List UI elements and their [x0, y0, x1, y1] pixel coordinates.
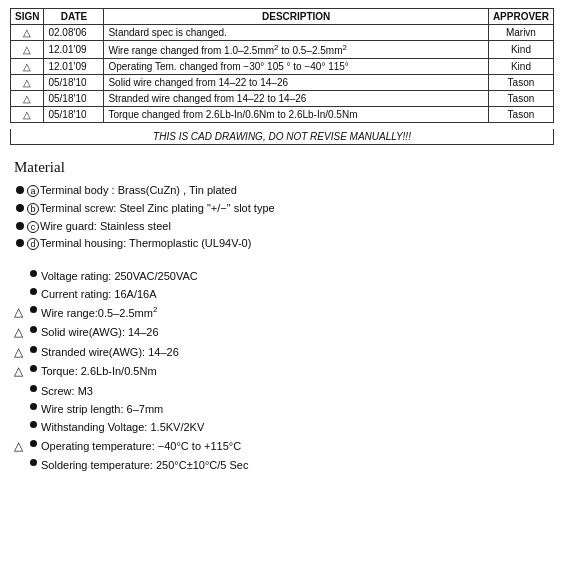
material-item: bTerminal screw: Steel Zinc plating "+/−…: [16, 200, 554, 218]
approver-cell: Kind: [488, 59, 553, 75]
spec-bullet: [30, 403, 37, 410]
material-label: b: [27, 203, 39, 215]
spec-item: Current rating: 16A/16A: [14, 285, 554, 303]
date-cell: 12.01'09: [44, 59, 104, 75]
spec-bullet: [30, 459, 37, 466]
spec-text: Voltage rating: 250VAC/250VAC: [41, 267, 198, 285]
bullet-icon: [16, 222, 24, 230]
spec-item: △Operating temperature: −40°C to +115°C: [14, 437, 554, 457]
bullet-icon: [16, 204, 24, 212]
spec-bullet: [30, 346, 37, 353]
spec-bullet: [30, 270, 37, 277]
col-approver: APPROVER: [488, 9, 553, 25]
spec-text: Withstanding Voltage: 1.5KV/2KV: [41, 418, 204, 436]
description-cell: Solid wire changed from 14–22 to 14–26: [104, 75, 488, 91]
spec-bullet: [30, 306, 37, 313]
triangle-col: △: [14, 323, 30, 343]
spec-item: Wire strip length: 6–7mm: [14, 400, 554, 418]
description-cell: Stranded wire changed from 14–22 to 14–2…: [104, 91, 488, 107]
description-cell: Wire range changed from 1.0–2.5mm2 to 0.…: [104, 41, 488, 59]
spec-text: Stranded wire(AWG): 14–26: [41, 343, 179, 361]
spec-item: △Solid wire(AWG): 14–26: [14, 323, 554, 343]
table-row: △05/18'10Solid wire changed from 14–22 t…: [11, 75, 554, 91]
date-cell: 12.01'09: [44, 41, 104, 59]
approver-cell: Kind: [488, 41, 553, 59]
change-log-table: SIGN DATE DESCRIPTION APPROVER △02.08'06…: [10, 8, 554, 123]
sign-cell: △: [11, 107, 44, 123]
spec-text: Current rating: 16A/16A: [41, 285, 157, 303]
triangle-col: △: [14, 437, 30, 457]
material-label: a: [27, 185, 39, 197]
table-row: △12.01'09Wire range changed from 1.0–2.5…: [11, 41, 554, 59]
sign-cell: △: [11, 25, 44, 41]
sign-cell: △: [11, 59, 44, 75]
spec-bullet: [30, 421, 37, 428]
bullet-icon: [16, 239, 24, 247]
cad-notice: THIS IS CAD DRAWING, DO NOT REVISE MANUA…: [10, 129, 554, 145]
spec-bullet: [30, 385, 37, 392]
date-cell: 02.08'06: [44, 25, 104, 41]
sign-cell: △: [11, 91, 44, 107]
spec-text: Torque: 2.6Lb-In/0.5Nm: [41, 362, 157, 380]
spec-text: Operating temperature: −40°C to +115°C: [41, 437, 241, 455]
table-row: △05/18'10Torque changed from 2.6Lb-In/0.…: [11, 107, 554, 123]
triangle-col: △: [14, 343, 30, 363]
spec-item: Withstanding Voltage: 1.5KV/2KV: [14, 418, 554, 436]
spec-bullet: [30, 288, 37, 295]
spec-item: Screw: M3: [14, 382, 554, 400]
material-text: Terminal housing: Thermoplastic (UL94V-0…: [40, 235, 251, 253]
table-row: △12.01'09Operating Tem. changed from −30…: [11, 59, 554, 75]
spec-text: Wire strip length: 6–7mm: [41, 400, 163, 418]
description-cell: Operating Tem. changed from −30° 105 ° t…: [104, 59, 488, 75]
col-date: DATE: [44, 9, 104, 25]
spec-bullet: [30, 326, 37, 333]
description-cell: Torque changed from 2.6Lb-In/0.6Nm to 2.…: [104, 107, 488, 123]
table-row: △02.08'06Standard spec is changed.Marivn: [11, 25, 554, 41]
col-description: DESCRIPTION: [104, 9, 488, 25]
material-label: c: [27, 221, 39, 233]
material-label: d: [27, 238, 39, 250]
sign-cell: △: [11, 41, 44, 59]
material-text: Wire guard: Stainless steel: [40, 218, 171, 236]
material-list: aTerminal body : Brass(CuZn) , Tin plate…: [14, 182, 554, 252]
spec-text: Soldering temperature: 250°C±10°C/5 Sec: [41, 456, 248, 474]
spec-bullet: [30, 440, 37, 447]
material-title: Material: [14, 159, 554, 176]
approver-cell: Tason: [488, 75, 553, 91]
bullet-icon: [16, 186, 24, 194]
spec-text: Wire range:0.5–2.5mm2: [41, 303, 157, 322]
approver-cell: Tason: [488, 107, 553, 123]
date-cell: 05/18'10: [44, 107, 104, 123]
spec-item: △Torque: 2.6Lb-In/0.5Nm: [14, 362, 554, 382]
approver-cell: Tason: [488, 91, 553, 107]
material-item: aTerminal body : Brass(CuZn) , Tin plate…: [16, 182, 554, 200]
material-text: Terminal screw: Steel Zinc plating "+/−"…: [40, 200, 275, 218]
sign-cell: △: [11, 75, 44, 91]
date-cell: 05/18'10: [44, 75, 104, 91]
approver-cell: Marivn: [488, 25, 553, 41]
spec-item: △Wire range:0.5–2.5mm2: [14, 303, 554, 323]
material-text: Terminal body : Brass(CuZn) , Tin plated: [40, 182, 237, 200]
spec-item: Soldering temperature: 250°C±10°C/5 Sec: [14, 456, 554, 474]
spec-text: Screw: M3: [41, 382, 93, 400]
triangle-col: △: [14, 303, 30, 323]
material-item: dTerminal housing: Thermoplastic (UL94V-…: [16, 235, 554, 253]
table-row: △05/18'10Stranded wire changed from 14–2…: [11, 91, 554, 107]
triangle-col: △: [14, 362, 30, 382]
spec-item: △Stranded wire(AWG): 14–26: [14, 343, 554, 363]
spec-item: Voltage rating: 250VAC/250VAC: [14, 267, 554, 285]
material-item: cWire guard: Stainless steel: [16, 218, 554, 236]
description-cell: Standard spec is changed.: [104, 25, 488, 41]
col-sign: SIGN: [11, 9, 44, 25]
date-cell: 05/18'10: [44, 91, 104, 107]
material-section: Material aTerminal body : Brass(CuZn) , …: [10, 159, 554, 252]
spec-text: Solid wire(AWG): 14–26: [41, 323, 159, 341]
specs-section: Voltage rating: 250VAC/250VACCurrent rat…: [10, 267, 554, 475]
spec-bullet: [30, 365, 37, 372]
